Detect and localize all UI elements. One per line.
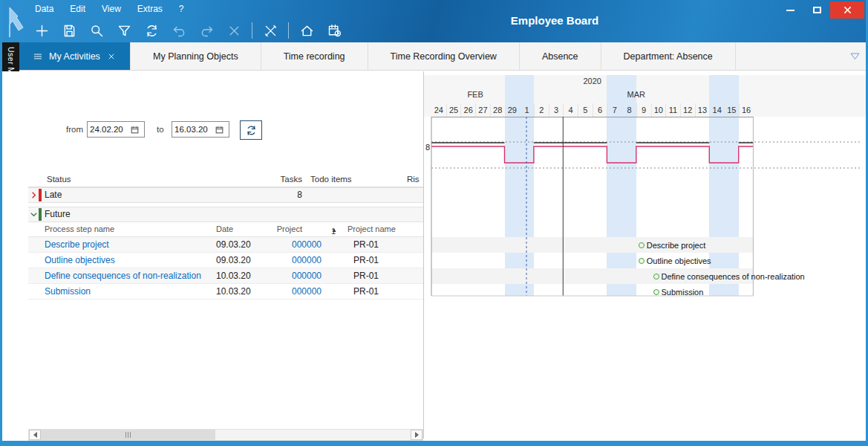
- toolbar-add-button[interactable]: [32, 21, 51, 40]
- process-step-link[interactable]: Submission: [45, 284, 91, 300]
- tab-time-recording[interactable]: Time recording: [261, 42, 368, 70]
- sort-indicator[interactable]: 1▲: [331, 224, 337, 233]
- process-step-link[interactable]: Define consequences of non-realization: [45, 268, 201, 284]
- table-row[interactable]: Outline objectives09.03.20000000PR-01: [28, 253, 423, 268]
- chevron-down-icon[interactable]: [30, 210, 39, 219]
- from-label: from: [66, 125, 83, 134]
- column-tasks[interactable]: Tasks: [281, 175, 302, 184]
- horizontal-scrollbar[interactable]: [28, 429, 423, 441]
- toolbar-refresh-button[interactable]: [142, 21, 161, 40]
- milestone[interactable]: Outline objectives: [639, 253, 711, 268]
- tab-my-planning-objects[interactable]: My Planning Objects: [131, 42, 261, 70]
- column-todo-items[interactable]: Todo items: [310, 175, 352, 184]
- chevron-down-icon: [850, 53, 860, 60]
- scroll-grip-icon: [125, 432, 131, 438]
- maximize-button[interactable]: [803, 1, 830, 19]
- chevron-right-icon[interactable]: [30, 191, 39, 199]
- table-row[interactable]: Submission10.03.20000000PR-01: [28, 284, 423, 300]
- milestone[interactable]: Describe project: [639, 237, 705, 253]
- menu-item-extras[interactable]: Extras: [137, 4, 163, 14]
- tools-icon: [263, 23, 278, 39]
- from-date-input[interactable]: [90, 125, 130, 134]
- tab-my-activities[interactable]: My Activities: [19, 42, 131, 70]
- calendar-icon[interactable]: [215, 125, 224, 135]
- column-status[interactable]: Status: [47, 175, 71, 184]
- menu-icon[interactable]: [33, 51, 43, 62]
- subtable-header: Process step name Date Project 1▲ Projec…: [28, 222, 423, 237]
- process-step-link[interactable]: Outline objectives: [45, 253, 115, 268]
- column-project-name[interactable]: Project name: [347, 224, 396, 233]
- maximize-icon: [813, 7, 821, 13]
- gantt-month-label: MAR: [519, 90, 753, 100]
- gantt-panel: 2020 FEBMAR 2425262728291234567891011121…: [424, 71, 866, 441]
- menu-item-view[interactable]: View: [102, 4, 121, 14]
- app-logo-arrow-icon: [7, 3, 32, 40]
- project-link[interactable]: 000000: [292, 237, 322, 253]
- tab-bar: My ActivitiesMy Planning ObjectsTime rec…: [19, 42, 866, 71]
- toolbar-divider: [288, 22, 289, 39]
- toolbar: [32, 20, 344, 41]
- tab-label: Time recording: [284, 51, 345, 62]
- filter-icon: [117, 23, 132, 39]
- project-link[interactable]: 000000: [292, 268, 322, 284]
- toolbar-search-button[interactable]: [87, 21, 106, 40]
- milestone-icon[interactable]: [653, 289, 659, 295]
- toolbar-tools-button[interactable]: [261, 21, 280, 40]
- tab-overflow-dropdown[interactable]: [850, 52, 860, 62]
- project-name-cell: PR-01: [353, 284, 379, 300]
- scroll-left-button[interactable]: [29, 430, 41, 440]
- tab-time-recording-overview[interactable]: Time Recording Overview: [368, 42, 520, 70]
- toolbar-scheduler-button[interactable]: [324, 21, 344, 40]
- project-link[interactable]: 000000: [292, 253, 322, 268]
- gantt-day-label: 7: [607, 103, 621, 117]
- activity-table: Status Tasks Todo items Ris Late8Future …: [28, 173, 423, 300]
- column-project[interactable]: Project: [277, 224, 302, 233]
- gantt-axis-label: 8: [425, 143, 430, 152]
- minimize-button[interactable]: [777, 1, 803, 19]
- undo-icon: [172, 23, 187, 39]
- gantt-day-label: 14: [709, 103, 724, 117]
- milestone-label: Submission: [662, 288, 704, 297]
- project-name-cell: PR-01: [353, 237, 379, 253]
- tab-label: Absence: [542, 51, 578, 62]
- project-name-cell: PR-01: [353, 253, 379, 268]
- table-row[interactable]: Describe project09.03.20000000PR-01: [28, 237, 423, 253]
- menu-item-edit[interactable]: Edit: [70, 4, 85, 14]
- close-window-button[interactable]: [830, 1, 864, 19]
- calendar-icon[interactable]: [130, 125, 140, 135]
- menu-item-data[interactable]: Data: [35, 4, 53, 14]
- project-link[interactable]: 000000: [292, 284, 322, 300]
- milestone-icon[interactable]: [653, 274, 659, 279]
- tab-department-absence[interactable]: Department: Absence: [601, 42, 736, 70]
- toolbar-home-button[interactable]: [297, 21, 316, 40]
- gantt-day-label: 3: [549, 103, 564, 117]
- milestone-icon[interactable]: [639, 242, 645, 248]
- tab-absence[interactable]: Absence: [520, 42, 601, 70]
- milestone-icon[interactable]: [639, 258, 645, 264]
- arrow-left-icon: [33, 432, 37, 438]
- tab-label: My Activities: [49, 51, 100, 62]
- process-step-link[interactable]: Describe project: [45, 237, 109, 253]
- column-date[interactable]: Date: [216, 224, 233, 233]
- group-row-late[interactable]: Late8: [28, 187, 423, 203]
- toolbar-filter-button[interactable]: [114, 21, 134, 40]
- column-risk[interactable]: Ris: [407, 175, 420, 184]
- toolbar-undo-button: [169, 21, 189, 40]
- group-row-future[interactable]: Future: [28, 207, 423, 222]
- refresh-date-range-button[interactable]: [240, 120, 262, 140]
- gantt-day-label: 11: [665, 103, 680, 117]
- milestone[interactable]: Submission: [653, 284, 704, 300]
- scroll-thumb[interactable]: [41, 430, 215, 440]
- to-date-input[interactable]: [174, 125, 215, 134]
- close-tab-icon[interactable]: [106, 51, 117, 62]
- scroll-right-button[interactable]: [411, 430, 422, 440]
- toolbar-save-button[interactable]: [59, 21, 79, 40]
- table-row[interactable]: Define consequences of non-realization10…: [28, 268, 423, 284]
- gantt-day-label: 13: [695, 103, 710, 117]
- tab-label: My Planning Objects: [153, 51, 238, 62]
- milestone[interactable]: Define consequences of non-realization: [653, 268, 805, 284]
- redo-icon: [199, 23, 215, 39]
- menu-item-help[interactable]: ?: [179, 4, 184, 14]
- gantt-day-label: 1: [519, 103, 534, 117]
- column-process-step-name[interactable]: Process step name: [45, 224, 114, 233]
